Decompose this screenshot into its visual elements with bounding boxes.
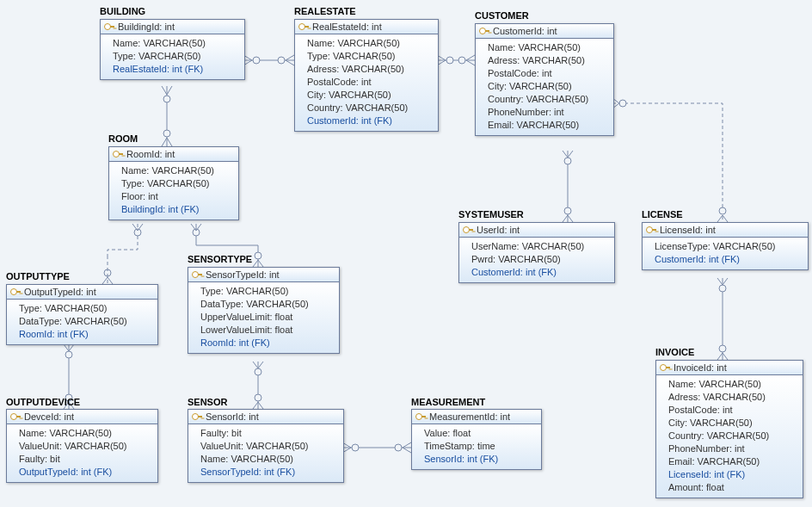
entity-room[interactable]: RoomId: int Name: VARCHAR(50)Type: VARCH… [108,146,239,220]
svg-point-2 [446,57,453,64]
entity-building[interactable]: BuildingId: int Name: VARCHAR(50)Type: V… [100,19,245,80]
column-fk: CustomerId: int (FK) [307,114,433,127]
column: Name: VARCHAR(50) [200,453,338,466]
column: ValueUnit: VARCHAR(50) [200,440,338,453]
column: Country: VARCHAR(50) [668,430,797,442]
column: PhoneNumber: int [668,442,797,455]
column: DataType: VARCHAR(50) [19,315,152,328]
column-fk: SensorTypeId: int (FK) [200,466,338,479]
entity-measurement[interactable]: MeasurementId: int Value: floatTimeStamp… [411,409,542,470]
entity-title-realestate: REALESTATE [294,6,356,16]
entity-body: Name: VARCHAR(50)Type: VARCHAR(50)RealEs… [101,34,244,79]
svg-point-9 [255,252,261,259]
entity-title-outputtype: OUTPUTTYPE [6,271,70,281]
svg-point-17 [564,207,571,214]
entity-body: Faulty: bitValueUnit: VARCHAR(50)Name: V… [188,424,343,482]
column: Type: VARCHAR(50) [200,285,334,298]
svg-point-10 [65,351,72,358]
key-icon [415,411,426,422]
pk-row: RealEstateId: int [295,20,438,34]
pk-text: InvoiceId: int [674,362,727,373]
column: UserName: VARCHAR(50) [471,240,609,253]
svg-point-8 [193,229,200,236]
entity-outputtype[interactable]: OutputTypeId: int Type: VARCHAR(50)DataT… [6,284,158,345]
pk-text: OutputTypeId: int [24,287,96,297]
pk-row: LicenseId: int [643,223,808,238]
pk-text: RealEstateId: int [312,22,382,32]
svg-point-19 [719,207,726,214]
entity-title-outputdevice: OUTPUTDEVICE [6,397,80,407]
svg-point-15 [395,444,402,451]
entity-body: Name: VARCHAR(50)Type: VARCHAR(50)Floor:… [109,162,238,219]
column: Name: VARCHAR(50) [488,41,608,54]
pk-row: BuildingId: int [101,20,244,34]
svg-point-5 [163,130,170,137]
svg-point-6 [134,229,141,236]
key-icon [646,225,656,235]
column: Name: VARCHAR(50) [668,378,797,391]
pk-text: CustomerId: int [493,26,557,36]
column: Amount: float [668,481,797,494]
column: City: VARCHAR(50) [488,80,608,93]
svg-point-18 [619,100,626,107]
column: Type: VARCHAR(50) [121,177,233,190]
pk-text: UserId: int [477,225,520,235]
svg-point-13 [255,394,261,401]
column: Email: VARCHAR(50) [668,455,797,468]
key-icon [104,22,114,32]
column-fk: LicenseId: int (FK) [668,468,797,481]
pk-text: SensorTypeId: int [206,269,280,280]
column: Faulty: bit [19,453,152,466]
entity-body: Type: VARCHAR(50)DataType: VARCHAR(50)Ro… [7,300,157,344]
column: Pwrd: VARCHAR(50) [471,253,609,266]
entity-license[interactable]: LicenseId: int LicenseType: VARCHAR(50)C… [642,222,809,270]
svg-point-12 [255,368,261,375]
column-fk: RealEstateId: int (FK) [113,63,239,76]
column: Type: VARCHAR(50) [19,302,152,315]
column: PostalCode: int [488,67,608,80]
svg-point-4 [163,96,170,102]
key-icon [10,411,21,422]
entity-title-measurement: MEASUREMENT [411,397,485,407]
entity-sensor[interactable]: SensorId: int Faulty: bitValueUnit: VARC… [188,409,344,483]
column: Type: VARCHAR(50) [307,50,433,63]
entity-body: LicenseType: VARCHAR(50)CustomerId: int … [643,238,808,269]
pk-row: CustomerId: int [476,24,613,39]
pk-row: DevceId: int [7,410,157,424]
pk-text: DevceId: int [24,411,74,422]
column: Country: VARCHAR(50) [307,102,433,114]
pk-row: InvoiceId: int [656,361,803,375]
svg-point-7 [104,269,111,276]
column: Value: float [424,427,536,440]
entity-sensortype[interactable]: SensorTypeId: int Type: VARCHAR(50)DataT… [188,267,340,354]
entity-systemuser[interactable]: UserId: int UserName: VARCHAR(50)Pwrd: V… [458,222,615,283]
svg-point-3 [458,57,465,64]
entity-customer[interactable]: CustomerId: int Name: VARCHAR(50)Adress:… [475,23,614,136]
entity-body: UserName: VARCHAR(50)Pwrd: VARCHAR(50)Cu… [459,238,614,282]
column-fk: OutputTypeId: int (FK) [19,466,152,479]
column: PostalCode: int [668,404,797,417]
svg-point-21 [719,345,726,352]
column: PostalCode: int [307,76,433,89]
column: Name: VARCHAR(50) [113,37,239,50]
entity-realestate[interactable]: RealEstateId: int Name: VARCHAR(50)Type:… [294,19,439,132]
entity-outputdevice[interactable]: DevceId: int Name: VARCHAR(50)ValueUnit:… [6,409,158,483]
pk-text: MeasurementId: int [429,411,510,422]
svg-point-1 [278,57,285,64]
column: Email: VARCHAR(50) [488,119,608,132]
column: TimeStamp: time [424,440,536,453]
column: Adress: VARCHAR(50) [307,63,433,76]
column: City: VARCHAR(50) [668,417,797,430]
svg-point-16 [564,158,571,164]
column-fk: RoomId: int (FK) [200,337,334,349]
column: Country: VARCHAR(50) [488,93,608,106]
entity-invoice[interactable]: InvoiceId: int Name: VARCHAR(50)Adress: … [655,360,803,498]
key-icon [113,149,123,159]
entity-title-room: ROOM [108,133,138,144]
pk-text: RoomId: int [126,149,175,159]
column-fk: CustomerId: int (FK) [655,253,803,266]
column: Adress: VARCHAR(50) [488,54,608,67]
entity-body: Name: VARCHAR(50)ValueUnit: VARCHAR(50)F… [7,424,157,482]
entity-body: Name: VARCHAR(50)Adress: VARCHAR(50)Post… [656,375,803,498]
column: LowerValueLimit: float [200,324,334,337]
